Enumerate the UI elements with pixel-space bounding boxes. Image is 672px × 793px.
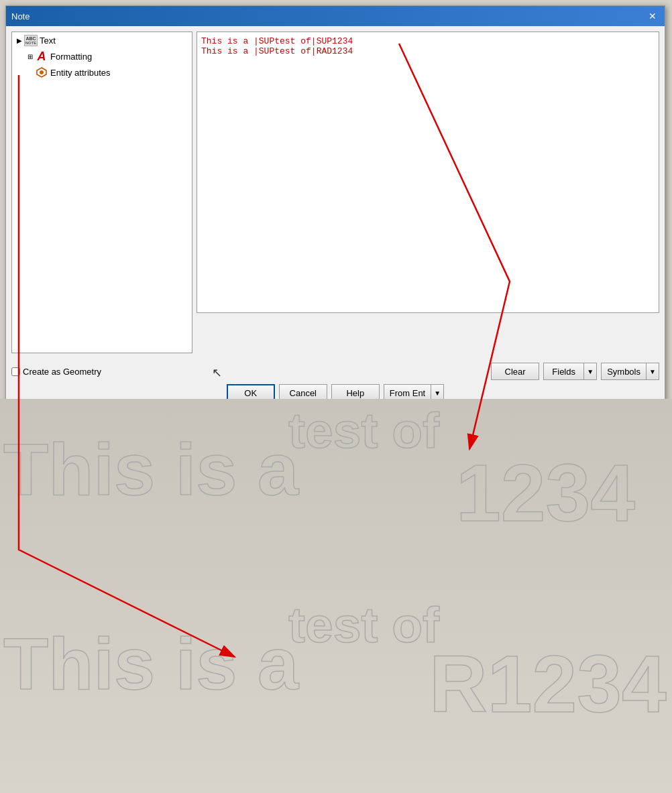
dialog-titlebar: Note ✕ bbox=[6, 6, 665, 26]
expand-icon-3 bbox=[25, 69, 35, 76]
dialog-body: ▶ ABC NOTE Text ⊞ A Formatting bbox=[6, 26, 665, 359]
tree-item-entity[interactable]: Entity attributes bbox=[12, 64, 192, 80]
abc-icon: ABC NOTE bbox=[24, 34, 38, 47]
fields-button[interactable]: Fields bbox=[543, 363, 583, 380]
tree-item-text[interactable]: ▶ ABC NOTE Text bbox=[12, 32, 192, 48]
clear-button[interactable]: Clear bbox=[491, 363, 539, 380]
expand-icon-2: ⊞ bbox=[25, 53, 35, 60]
symbols-button[interactable]: Symbols bbox=[601, 363, 646, 380]
text-editor[interactable] bbox=[197, 32, 659, 313]
canvas-row2-right-bottom: R1234 bbox=[429, 644, 667, 724]
close-button[interactable]: ✕ bbox=[646, 9, 659, 23]
tree-item-formatting[interactable]: ⊞ A Formatting bbox=[12, 48, 192, 64]
svg-point-1 bbox=[40, 70, 44, 74]
editor-panel bbox=[197, 32, 659, 353]
canvas-row2-left: This is a bbox=[3, 627, 298, 700]
create-geometry-checkbox[interactable] bbox=[11, 367, 20, 376]
canvas-area: This is a test of 1234 This is a test of… bbox=[0, 399, 672, 793]
symbols-dropdown-arrow[interactable]: ▼ bbox=[646, 363, 659, 380]
expand-icon: ▶ bbox=[15, 37, 24, 44]
create-geometry-label[interactable]: Create as Geometry bbox=[11, 367, 101, 377]
canvas-row2-right-top: test of bbox=[288, 600, 439, 650]
canvas-row1-right-bottom: 1234 bbox=[456, 452, 635, 533]
a-formatting-icon: A bbox=[35, 50, 48, 63]
tree-label-formatting: Formatting bbox=[50, 52, 92, 62]
fields-dropdown-arrow[interactable]: ▼ bbox=[583, 363, 597, 380]
tree-panel: ▶ ABC NOTE Text ⊞ A Formatting bbox=[11, 32, 192, 353]
dialog-title: Note bbox=[11, 11, 30, 21]
canvas-row1-left: This is a bbox=[3, 432, 298, 506]
note-dialog: Note ✕ ▶ ABC NOTE Text ⊞ A bbox=[5, 5, 665, 408]
tree-label-entity: Entity attributes bbox=[50, 68, 111, 78]
symbols-split-button: Symbols ▼ bbox=[601, 363, 659, 380]
fields-split-button: Fields ▼ bbox=[543, 363, 597, 380]
canvas-row1-right-top: test of bbox=[288, 406, 439, 456]
footer-row1: Create as Geometry Clear Fields ▼ Symbol… bbox=[11, 363, 659, 380]
entity-icon bbox=[35, 66, 48, 79]
tree-label-text: Text bbox=[40, 36, 56, 46]
